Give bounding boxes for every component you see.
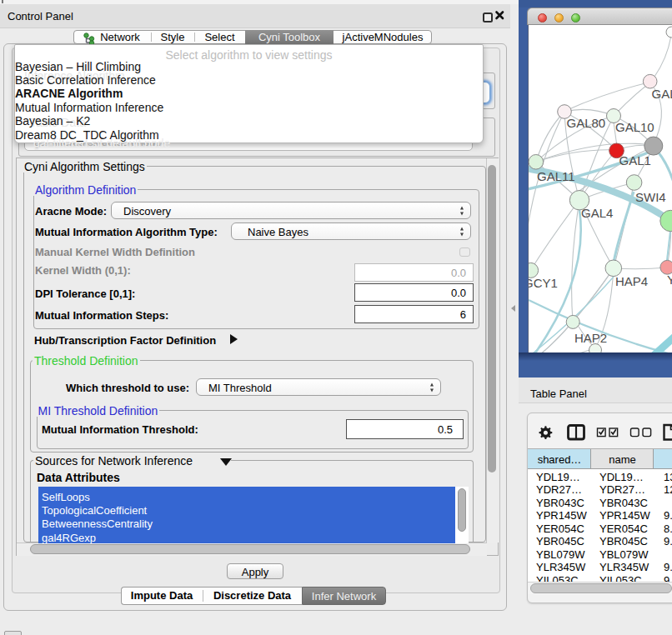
- svg-text:GAL4: GAL4: [581, 206, 613, 220]
- svg-text:GAL11: GAL11: [537, 169, 575, 183]
- svg-text:GAL80: GAL80: [567, 116, 606, 130]
- svg-text:GAL7: GAL7: [652, 87, 672, 101]
- svg-text:SWI4: SWI4: [635, 190, 666, 204]
- svg-text:GAL1: GAL1: [619, 153, 651, 168]
- svg-text:HAP2: HAP2: [574, 331, 607, 345]
- svg-text:HAP4: HAP4: [615, 274, 648, 288]
- svg-text:GCY1: GCY1: [529, 276, 558, 290]
- svg-text:GAL10: GAL10: [615, 120, 654, 134]
- svg-text:Y: Y: [667, 272, 672, 287]
